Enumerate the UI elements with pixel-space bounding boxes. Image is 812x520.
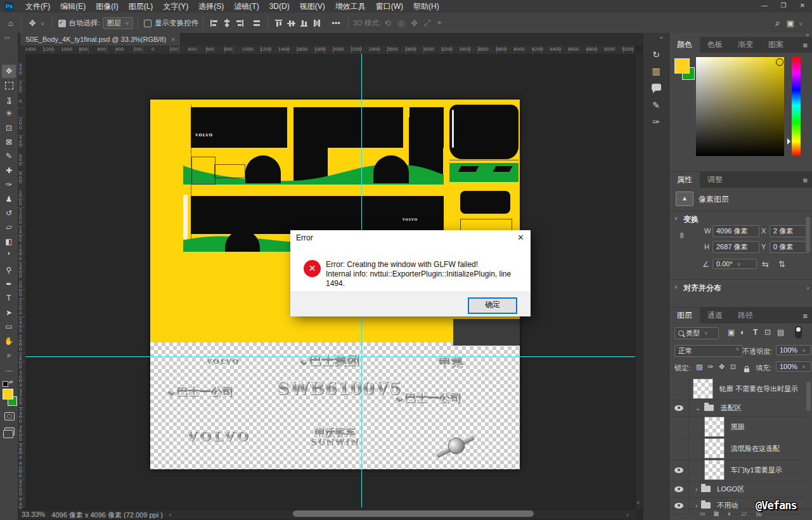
- document-tab[interactable]: S0E_Body_4K_ty1final.psd @ 33.3%(RGB/8) …: [20, 33, 181, 46]
- pen-tool[interactable]: ✒: [2, 278, 16, 291]
- crop-tool[interactable]: ⊡: [2, 122, 16, 135]
- horizontal-guide[interactable]: [25, 356, 635, 357]
- properties-scrollbar[interactable]: [806, 217, 810, 252]
- quick-selection-tool[interactable]: ✳: [2, 107, 16, 120]
- layer-thumbnail[interactable]: [693, 379, 713, 399]
- screen-mode-icon[interactable]: [4, 427, 15, 436]
- color-foreground-swatch[interactable]: [674, 58, 690, 74]
- layer-row[interactable]: ⌄选配区: [669, 400, 806, 417]
- shape-tool[interactable]: ▭: [2, 320, 16, 334]
- align-section-chevron[interactable]: ˅: [674, 284, 678, 290]
- align-middle-icon[interactable]: [287, 18, 296, 27]
- menu-s[interactable]: 选择(S): [193, 0, 229, 13]
- eyedropper-tool[interactable]: ✎: [2, 150, 16, 163]
- lasso-tool[interactable]: ʓ: [2, 93, 16, 107]
- move-tool-icon[interactable]: ✥ ˅: [26, 18, 48, 28]
- transform-section-chevron[interactable]: ˅: [674, 216, 678, 222]
- flip-vertical-icon[interactable]: ⇅: [778, 259, 785, 269]
- foreground-color-swatch[interactable]: [3, 389, 13, 400]
- zoom-level[interactable]: 33.33%: [22, 510, 45, 520]
- layer-row[interactable]: 黑眼: [669, 416, 806, 438]
- libraries-panel-icon[interactable]: ▥: [648, 63, 664, 79]
- color-field[interactable]: [696, 57, 784, 156]
- gradient-tool[interactable]: ◧: [2, 235, 16, 249]
- width-field[interactable]: 4096 像素: [712, 225, 759, 237]
- comments-panel-icon[interactable]: [652, 84, 661, 91]
- flip-horizontal-icon[interactable]: ⇆: [762, 259, 769, 269]
- horizontal-ruler[interactable]: 1400120010008006004002000200400600800100…: [25, 46, 635, 55]
- marquee-tool[interactable]: [2, 79, 16, 92]
- color-field-picker[interactable]: [776, 58, 783, 66]
- scroll-down-arrow[interactable]: ˅: [636, 500, 640, 506]
- error-dialog-close-icon[interactable]: ✕: [517, 233, 524, 242]
- properties-tab-1[interactable]: 调整: [700, 172, 730, 188]
- type-tool[interactable]: T: [2, 292, 16, 305]
- filter-shape-icon[interactable]: ⊡: [764, 328, 771, 337]
- color-tab-3[interactable]: 图案: [761, 37, 791, 53]
- layer-row[interactable]: 车门ty1需要显示: [669, 459, 806, 481]
- menu-dd[interactable]: 3D(D): [264, 0, 295, 13]
- menu-l[interactable]: 图层(L): [124, 0, 158, 13]
- layer-thumbnail[interactable]: [704, 417, 725, 437]
- properties-scroll-down[interactable]: ˅: [806, 285, 809, 292]
- search-icon[interactable]: ⌕: [772, 18, 783, 29]
- menu-f[interactable]: 文件(F): [20, 0, 55, 13]
- lock-position-icon[interactable]: ✥: [719, 363, 725, 371]
- align-center-h-icon[interactable]: [222, 18, 231, 27]
- layer-filter-dropdown[interactable]: 类型 ˅: [674, 327, 719, 339]
- edit-toolbar[interactable]: …: [2, 363, 16, 376]
- status-arrow[interactable]: ‹: [169, 510, 172, 520]
- default-colors-icon[interactable]: [3, 381, 8, 387]
- align-right-icon[interactable]: [235, 18, 244, 27]
- more-options-icon[interactable]: •••: [328, 18, 344, 28]
- brush-settings-panel-icon[interactable]: ✎: [648, 98, 664, 113]
- hue-slider-arrow[interactable]: [787, 138, 794, 145]
- restore-button[interactable]: ❐: [774, 0, 793, 13]
- menu-[interactable]: 增效工具: [330, 0, 371, 13]
- ok-button[interactable]: 确定: [468, 297, 517, 314]
- menu-v[interactable]: 视图(V): [295, 0, 330, 13]
- swap-colors-icon[interactable]: ⇄: [9, 379, 13, 385]
- menu-h[interactable]: 帮助(H): [408, 0, 444, 13]
- dodge-tool[interactable]: ⚲: [2, 264, 16, 277]
- color-panel-menu-icon[interactable]: ≡: [802, 41, 808, 50]
- group-chevron-icon[interactable]: ›: [695, 486, 697, 493]
- filter-adjustment-icon[interactable]: ◐: [740, 328, 745, 337]
- layers-scrollbar[interactable]: [806, 382, 811, 411]
- hand-tool[interactable]: ✋: [2, 335, 16, 348]
- align-left-icon[interactable]: [210, 18, 219, 27]
- history-panel-icon[interactable]: ↻: [648, 47, 664, 62]
- fill-field[interactable]: 100% ˅: [776, 361, 811, 372]
- visibility-toggle[interactable]: [669, 416, 689, 438]
- brushes-panel-icon[interactable]: ✑: [648, 114, 664, 129]
- frame-tool[interactable]: ⊠: [2, 136, 16, 149]
- blend-mode-dropdown[interactable]: 正常 ˅: [674, 345, 743, 357]
- show-transform-checkbox[interactable]: [144, 20, 151, 27]
- layer-thumbnail[interactable]: [704, 438, 725, 458]
- menu-y[interactable]: 文字(Y): [158, 0, 193, 13]
- color-tab-0[interactable]: 颜色: [669, 37, 700, 53]
- clone-stamp-tool[interactable]: ♟: [2, 193, 16, 206]
- x-field[interactable]: 2 像素: [770, 225, 809, 237]
- layers-panel-menu-icon[interactable]: ≡: [802, 311, 808, 321]
- toolbar-expand-icon[interactable]: >>: [4, 35, 10, 41]
- visibility-toggle[interactable]: [669, 438, 689, 459]
- layer-row[interactable]: 轮廓 不需要在导出时显示: [669, 378, 806, 400]
- menu-t[interactable]: 滤镜(T): [229, 0, 264, 13]
- eraser-tool[interactable]: ▱: [2, 221, 16, 234]
- brush-tool[interactable]: ✑: [2, 178, 16, 192]
- zoom-tool[interactable]: ⌕: [2, 349, 16, 362]
- filter-type-icon[interactable]: T: [753, 328, 757, 337]
- history-brush-tool[interactable]: ↺: [2, 207, 16, 220]
- filter-toggle[interactable]: [795, 326, 802, 339]
- visibility-toggle[interactable]: [669, 400, 689, 416]
- scroll-right-arrow[interactable]: ›: [626, 511, 628, 518]
- tab-close-icon[interactable]: ×: [171, 36, 175, 43]
- lock-all-icon[interactable]: [744, 368, 749, 372]
- layers-tab-1[interactable]: 通道: [700, 308, 730, 323]
- properties-tab-0[interactable]: 属性: [669, 172, 700, 188]
- menu-e[interactable]: 编辑(E): [55, 0, 91, 13]
- auto-select-checkbox[interactable]: [58, 20, 66, 27]
- distribute-v-icon[interactable]: [313, 18, 321, 27]
- home-icon[interactable]: ⌂: [5, 18, 16, 28]
